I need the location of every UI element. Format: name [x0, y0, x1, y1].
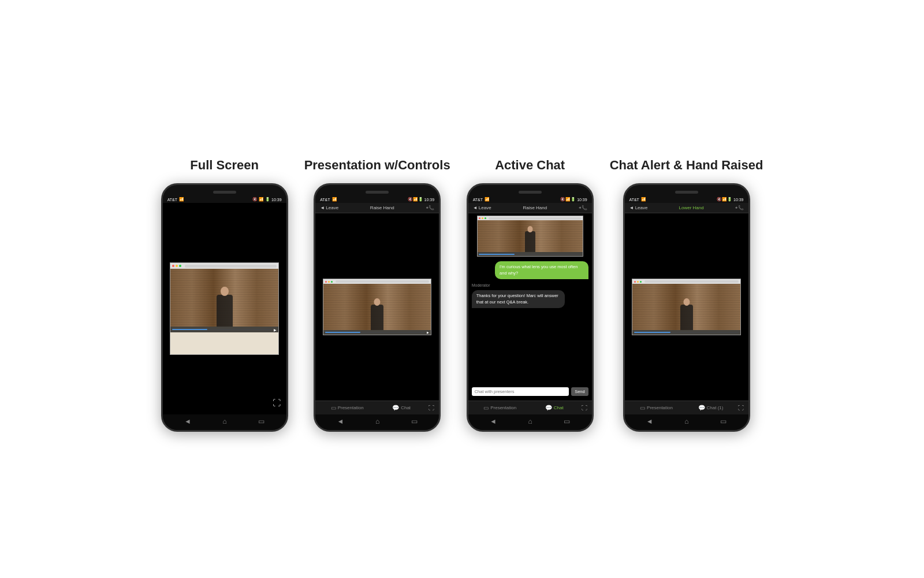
- phone-section-presentation: Presentation w/Controls AT&T 📶 🔇📶🔋 10:39…: [304, 158, 450, 432]
- phone-label-alert: Chat Alert & Hand Raised: [610, 158, 763, 173]
- lower-hand-button-4[interactable]: Lower Hand: [679, 205, 704, 210]
- raise-hand-button-3[interactable]: Raise Hand: [523, 205, 547, 210]
- home-icon-1[interactable]: ⌂: [222, 417, 226, 425]
- home-icon-3[interactable]: ⌂: [528, 417, 532, 425]
- back-icon-4[interactable]: ◄: [646, 417, 653, 425]
- carrier-3: AT&T: [473, 198, 483, 202]
- tab-fullscreen-2[interactable]: ⛶: [429, 405, 434, 411]
- tab-bar-3: ▭ Presentation 💬 Chat ⛶: [468, 401, 592, 414]
- phone-nav-2: ◄ ⌂ ▭: [315, 414, 439, 430]
- mute-icon-1: 🔇: [252, 197, 258, 202]
- phone-section-alert: Chat Alert & Hand Raised AT&T 📶 🔇📶🔋 10:3…: [610, 158, 763, 432]
- presentation-icon-4: ▭: [640, 405, 645, 411]
- time-3: 10:39: [577, 198, 587, 202]
- carrier-4: AT&T: [629, 198, 639, 202]
- leave-button-4[interactable]: ◄ Leave: [629, 205, 648, 210]
- chat-input-row-3: Send: [472, 385, 588, 397]
- screen-fullscreen: ▶ ⛶: [163, 203, 286, 414]
- chat-input-3[interactable]: [472, 387, 569, 396]
- leave-button-3[interactable]: ◄ Leave: [473, 205, 491, 210]
- phone-add-icon-3[interactable]: +📞: [579, 205, 587, 210]
- recents-icon-1[interactable]: ▭: [258, 417, 264, 425]
- screen-presentation: ▶ ▭ Presentation 💬 Chat ⛶: [315, 213, 439, 414]
- action-bar-2: ◄ Leave Raise Hand +📞: [315, 203, 439, 213]
- phone-add-icon-4[interactable]: +📞: [735, 205, 744, 210]
- chat-icon-3: 💬: [545, 405, 552, 411]
- time-4: 10:39: [733, 198, 744, 202]
- tab-bar-2: ▭ Presentation 💬 Chat ⛶: [315, 401, 439, 414]
- back-icon-1[interactable]: ◄: [184, 417, 191, 425]
- phone-alert: AT&T 📶 🔇📶🔋 10:39 ◄ Leave Lower Hand +📞: [623, 183, 750, 432]
- recents-icon-4[interactable]: ▭: [720, 417, 726, 425]
- phone-section-chat: Active Chat AT&T 📶 🔇📶🔋 10:39 ◄ Leave Rai…: [467, 158, 594, 432]
- recents-icon-2[interactable]: ▭: [411, 417, 418, 425]
- tab-presentation-4[interactable]: ▭ Presentation: [629, 403, 684, 412]
- action-bar-4: ◄ Leave Lower Hand +📞: [625, 203, 748, 213]
- phone-label-chat: Active Chat: [495, 158, 565, 173]
- tab-chat-4[interactable]: 💬 Chat (1): [684, 403, 738, 412]
- presentation-icon-2: ▭: [331, 405, 336, 411]
- phone-label-presentation: Presentation w/Controls: [304, 158, 450, 173]
- status-bar-1: AT&T 📶 🔇 📶 🔋 10:39: [163, 195, 286, 203]
- chat-icon-2: 💬: [392, 405, 399, 411]
- phone-section-fullscreen: Full Screen AT&T 📶 🔇 📶 🔋 10:39: [161, 158, 288, 432]
- action-bar-3: ◄ Leave Raise Hand +📞: [468, 203, 592, 213]
- screen-active-chat: I'm curious what lens you use most often…: [468, 213, 592, 414]
- phone-chat: AT&T 📶 🔇📶🔋 10:39 ◄ Leave Raise Hand +📞: [467, 183, 594, 432]
- raise-hand-button-2[interactable]: Raise Hand: [370, 205, 394, 210]
- phone-add-icon-2[interactable]: +📞: [426, 205, 434, 210]
- chat-bubble-mod-3: Thanks for your question! Marc will answ…: [472, 290, 565, 308]
- chat-moderator-label-3: Moderator: [472, 283, 490, 287]
- phone-fullscreen: AT&T 📶 🔇 📶 🔋 10:39: [161, 183, 288, 432]
- carrier-1: AT&T: [167, 198, 177, 202]
- phone-nav-4: ◄ ⌂ ▭: [625, 414, 748, 430]
- home-icon-2[interactable]: ⌂: [375, 417, 379, 425]
- tab-fullscreen-3[interactable]: ⛶: [582, 405, 587, 411]
- phone-nav-3: ◄ ⌂ ▭: [468, 414, 592, 430]
- phone-nav-1: ◄ ⌂ ▭: [163, 414, 286, 430]
- status-bar-3: AT&T 📶 🔇📶🔋 10:39: [468, 195, 592, 203]
- carrier-2: AT&T: [320, 198, 330, 202]
- status-bar-4: AT&T 📶 🔇📶🔋 10:39: [625, 195, 748, 203]
- chat-send-button-3[interactable]: Send: [571, 387, 588, 396]
- presentation-icon-3: ▭: [483, 405, 489, 411]
- tab-fullscreen-4[interactable]: ⛶: [738, 405, 744, 411]
- time-1: 10:39: [271, 198, 282, 202]
- screen-alert: ▭ Presentation 💬 Chat (1) ⛶: [625, 213, 748, 414]
- tab-presentation-2[interactable]: ▭ Presentation: [320, 403, 374, 412]
- signal-icons-1: 📶: [179, 197, 184, 202]
- home-icon-4[interactable]: ⌂: [684, 417, 688, 425]
- back-icon-3[interactable]: ◄: [490, 417, 497, 425]
- tab-bar-4: ▭ Presentation 💬 Chat (1) ⛶: [625, 401, 748, 414]
- chat-icon-4: 💬: [698, 405, 705, 411]
- chat-bubble-user-3: I'm curious what lens you use most often…: [495, 261, 588, 279]
- leave-button-2[interactable]: ◄ Leave: [320, 205, 338, 210]
- tab-chat-2[interactable]: 💬 Chat: [374, 403, 429, 412]
- phones-container: Full Screen AT&T 📶 🔇 📶 🔋 10:39: [161, 146, 763, 432]
- battery-icon-1: 🔋: [265, 197, 270, 202]
- chat-area-3: I'm curious what lens you use most often…: [468, 258, 592, 401]
- phone-presentation: AT&T 📶 🔇📶🔋 10:39 ◄ Leave Raise Hand +📞: [314, 183, 441, 432]
- recents-icon-3[interactable]: ▭: [564, 417, 570, 425]
- phone-label-fullscreen: Full Screen: [190, 158, 259, 173]
- status-bar-2: AT&T 📶 🔇📶🔋 10:39: [315, 195, 439, 203]
- wifi-icon-1: 📶: [259, 197, 264, 202]
- time-2: 10:39: [424, 198, 435, 202]
- expand-icon-fullscreen[interactable]: ⛶: [273, 398, 281, 407]
- tab-presentation-3[interactable]: ▭ Presentation: [473, 403, 527, 412]
- back-icon-2[interactable]: ◄: [337, 417, 344, 425]
- tab-chat-3[interactable]: 💬 Chat: [527, 403, 582, 412]
